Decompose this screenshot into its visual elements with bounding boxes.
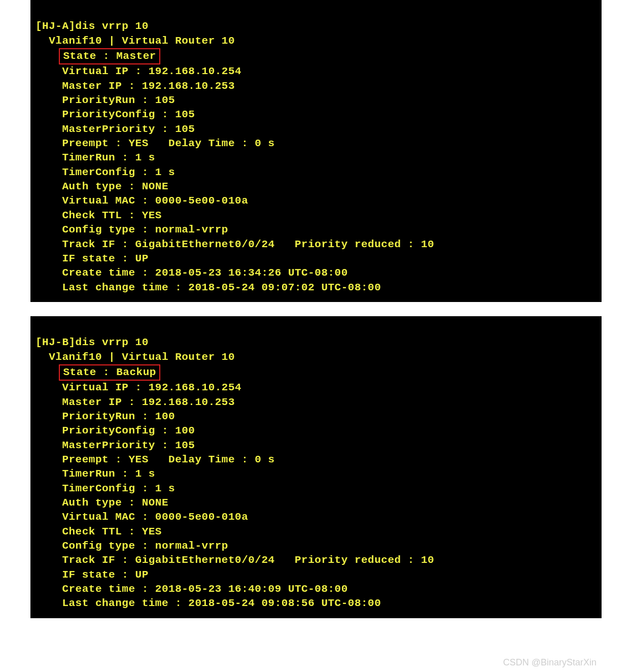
output-line: PriorityRun : 100 bbox=[36, 411, 175, 422]
prompt-line: [HJ-A]dis vrrp 10 bbox=[36, 20, 149, 32]
output-line: Auth type : NONE bbox=[36, 497, 168, 509]
output-line: Create time : 2018-05-23 16:40:09 UTC-08… bbox=[36, 583, 348, 595]
header-line: Vlanif10 | Virtual Router 10 bbox=[36, 35, 235, 47]
output-line: TimerRun : 1 s bbox=[36, 152, 155, 163]
output-line: Virtual MAC : 0000-5e00-010a bbox=[36, 195, 248, 207]
output-line: Create time : 2018-05-23 16:34:26 UTC-08… bbox=[36, 267, 348, 279]
output-line: Track IF : GigabitEthernet0/0/24 Priorit… bbox=[36, 554, 434, 566]
output-line: TimerConfig : 1 s bbox=[36, 166, 175, 178]
output-line: Config type : normal-vrrp bbox=[36, 540, 228, 552]
output-line: Check TTL : YES bbox=[36, 210, 162, 221]
output-line: Master IP : 192.168.10.253 bbox=[36, 396, 235, 408]
output-line: PriorityRun : 105 bbox=[36, 94, 175, 106]
output-line: MasterPriority : 105 bbox=[36, 440, 195, 451]
output-line: Preempt : YES Delay Time : 0 s bbox=[36, 138, 275, 149]
terminal-hj-b: [HJ-B]dis vrrp 10 Vlanif10 | Virtual Rou… bbox=[30, 316, 602, 618]
state-text: State : Master bbox=[63, 50, 156, 62]
header-line: Vlanif10 | Virtual Router 10 bbox=[36, 351, 235, 363]
output-line: Preempt : YES Delay Time : 0 s bbox=[36, 454, 275, 465]
output-line: TimerConfig : 1 s bbox=[36, 483, 175, 494]
output-line: Virtual IP : 192.168.10.254 bbox=[36, 382, 241, 393]
output-line: Master IP : 192.168.10.253 bbox=[36, 80, 235, 92]
output-line: Auth type : NONE bbox=[36, 181, 168, 192]
output-line: Virtual IP : 192.168.10.254 bbox=[36, 65, 241, 77]
state-highlight: State : Master bbox=[59, 48, 160, 64]
output-line: PriorityConfig : 100 bbox=[36, 425, 195, 436]
output-line: PriorityConfig : 105 bbox=[36, 109, 195, 120]
state-text: State : Backup bbox=[63, 366, 156, 378]
output-line: Track IF : GigabitEthernet0/0/24 Priorit… bbox=[36, 239, 434, 250]
output-line: Last change time : 2018-05-24 09:07:02 U… bbox=[36, 282, 381, 293]
output-line: IF state : UP bbox=[36, 253, 149, 264]
output-line: TimerRun : 1 s bbox=[36, 468, 155, 480]
output-line: Check TTL : YES bbox=[36, 526, 162, 537]
state-highlight: State : Backup bbox=[59, 364, 160, 381]
terminal-hj-a: [HJ-A]dis vrrp 10 Vlanif10 | Virtual Rou… bbox=[30, 0, 602, 302]
output-line: Last change time : 2018-05-24 09:08:56 U… bbox=[36, 597, 381, 609]
output-line: Config type : normal-vrrp bbox=[36, 224, 228, 236]
output-line: MasterPriority : 105 bbox=[36, 123, 195, 135]
page: [HJ-A]dis vrrp 10 Vlanif10 | Virtual Rou… bbox=[0, 0, 632, 653]
output-line: IF state : UP bbox=[36, 569, 149, 581]
output-line: Virtual MAC : 0000-5e00-010a bbox=[36, 511, 248, 523]
prompt-line: [HJ-B]dis vrrp 10 bbox=[36, 337, 149, 348]
